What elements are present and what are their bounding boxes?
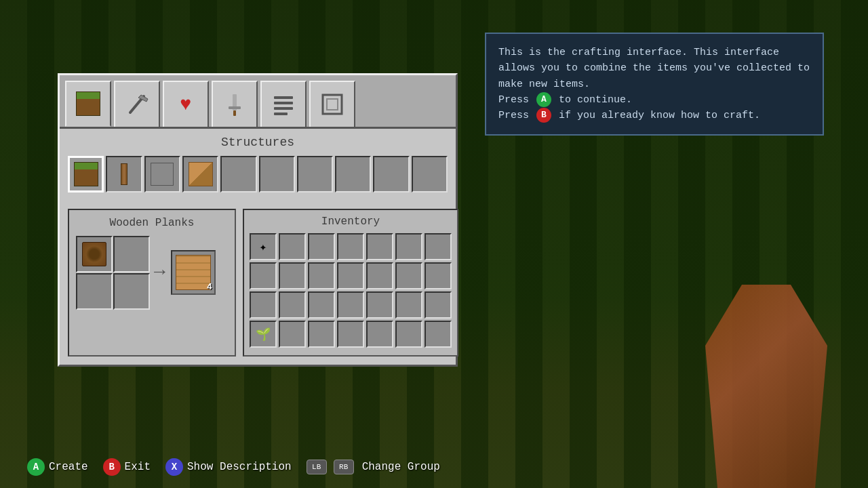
sword-icon xyxy=(220,89,250,119)
output-count: 4 xyxy=(207,282,212,292)
structures-section: Structures xyxy=(60,129,456,198)
button-a-indicator: A xyxy=(536,92,551,107)
svg-rect-7 xyxy=(274,113,288,115)
create-button-hud[interactable]: A Create xyxy=(27,458,88,476)
recipe-input-0-1[interactable] xyxy=(113,236,150,272)
inv-cell-1-3[interactable] xyxy=(337,262,364,289)
recipe-input-grid xyxy=(76,236,149,308)
info-text: This is the crafting interface. This int… xyxy=(498,45,810,123)
structure-slot-9[interactable] xyxy=(412,156,448,192)
inv-cell-3-1[interactable] xyxy=(279,321,306,348)
svg-rect-2 xyxy=(229,106,241,109)
structure-slot-7[interactable] xyxy=(335,156,371,192)
inv-cell-1-2[interactable] xyxy=(308,262,335,289)
inv-cell-2-2[interactable] xyxy=(308,291,335,319)
svg-rect-6 xyxy=(274,107,293,110)
inv-cell-0-6[interactable] xyxy=(425,233,452,260)
heart-icon: ♥ xyxy=(171,89,201,119)
show-desc-label: Show Description xyxy=(187,461,292,473)
inv-cell-3-6[interactable] xyxy=(425,321,452,348)
btn-x-circle: X xyxy=(165,458,183,476)
inv-cell-2-6[interactable] xyxy=(425,291,452,319)
recipe-input-0-0[interactable] xyxy=(76,236,113,272)
inv-cell-3-2[interactable] xyxy=(308,321,335,348)
structure-slot-6[interactable] xyxy=(297,156,333,192)
btn-b-label: B xyxy=(108,462,114,472)
recipe-input-1-0[interactable] xyxy=(76,273,113,310)
frame-icon xyxy=(317,89,347,119)
show-desc-button-hud[interactable]: X Show Description xyxy=(165,458,292,476)
dirt-item xyxy=(74,162,98,186)
recipe-input-1-1[interactable] xyxy=(113,273,150,310)
change-group-button-hud[interactable]: LB RB Change Group xyxy=(307,460,440,474)
crafting-panel: ♥ xyxy=(58,73,458,367)
create-label: Create xyxy=(49,461,88,473)
inv-cell-0-3[interactable] xyxy=(337,233,364,260)
sapling-item: 🌱 xyxy=(256,327,271,342)
inventory-panel: Inventory ✦ xyxy=(243,209,458,357)
inv-cell-3-0[interactable]: 🌱 xyxy=(250,321,277,348)
btn-a-circle: A xyxy=(27,458,45,476)
inv-cell-0-4[interactable] xyxy=(366,233,393,260)
btn-a-label: A xyxy=(33,462,39,472)
inv-cell-0-5[interactable] xyxy=(395,233,422,260)
btn-rb-label: RB xyxy=(339,463,348,471)
hand-sprite xyxy=(705,285,827,488)
recipe-output[interactable]: 4 xyxy=(171,250,216,295)
inv-cell-1-4[interactable] xyxy=(366,262,393,289)
inv-cell-2-0[interactable] xyxy=(250,291,277,319)
inv-cell-1-5[interactable] xyxy=(395,262,422,289)
svg-rect-5 xyxy=(274,102,293,104)
tab-structures[interactable] xyxy=(65,81,111,127)
inventory-row-2 xyxy=(250,291,452,319)
inv-cell-1-0[interactable] xyxy=(250,262,277,289)
inv-cell-3-4[interactable] xyxy=(366,321,393,348)
dirt-block-icon xyxy=(73,89,103,119)
pickaxe-icon xyxy=(122,89,152,119)
structure-slot-5[interactable] xyxy=(259,156,295,192)
tab-armor[interactable] xyxy=(309,81,355,127)
structure-slot-0[interactable] xyxy=(68,156,104,192)
svg-rect-3 xyxy=(233,110,236,116)
tab-items[interactable]: ♥ xyxy=(163,81,209,127)
structure-slot-8[interactable] xyxy=(373,156,409,192)
btn-lb-label: LB xyxy=(312,463,321,471)
inv-cell-0-2[interactable] xyxy=(308,233,335,260)
crafting-table-item xyxy=(189,162,213,186)
structure-slot-1[interactable] xyxy=(106,156,142,192)
structure-slot-3[interactable] xyxy=(182,156,218,192)
inv-cell-0-0[interactable]: ✦ xyxy=(250,233,277,260)
inv-cell-0-1[interactable] xyxy=(279,233,306,260)
inv-cell-2-1[interactable] xyxy=(279,291,306,319)
inv-cell-2-3[interactable] xyxy=(337,291,364,319)
inv-cell-1-1[interactable] xyxy=(279,262,306,289)
bottom-hud: A Create B Exit X Show Description LB RB… xyxy=(0,458,868,476)
star-item: ✦ xyxy=(260,239,267,254)
tab-bar: ♥ xyxy=(60,75,456,129)
structure-slot-2[interactable] xyxy=(144,156,180,192)
structure-slot-4[interactable] xyxy=(220,156,256,192)
recipe-title: Wooden Planks xyxy=(76,217,228,229)
inv-cell-2-4[interactable] xyxy=(366,291,393,319)
spacer xyxy=(60,198,456,209)
tab-misc[interactable] xyxy=(260,81,307,127)
btn-x-label: X xyxy=(172,462,177,472)
inventory-row-0: ✦ xyxy=(250,233,452,260)
svg-rect-8 xyxy=(323,95,342,114)
tab-equipment[interactable] xyxy=(114,81,160,127)
inv-cell-1-6[interactable] xyxy=(425,262,452,289)
exit-button-hud[interactable]: B Exit xyxy=(103,458,151,476)
svg-rect-4 xyxy=(274,96,293,99)
exit-label: Exit xyxy=(125,461,151,473)
planks-output-item xyxy=(176,255,211,290)
btn-b-circle: B xyxy=(103,458,121,476)
inv-cell-3-3[interactable] xyxy=(337,321,364,348)
inv-cell-3-5[interactable] xyxy=(395,321,422,348)
bottom-section: Wooden Planks → 4 xyxy=(60,209,456,365)
button-b-indicator: B xyxy=(536,108,551,123)
inventory-title: Inventory xyxy=(250,216,452,228)
tab-tools[interactable] xyxy=(212,81,258,127)
change-group-label: Change Group xyxy=(362,461,440,473)
inventory-row-1 xyxy=(250,262,452,289)
inv-cell-2-5[interactable] xyxy=(395,291,422,319)
